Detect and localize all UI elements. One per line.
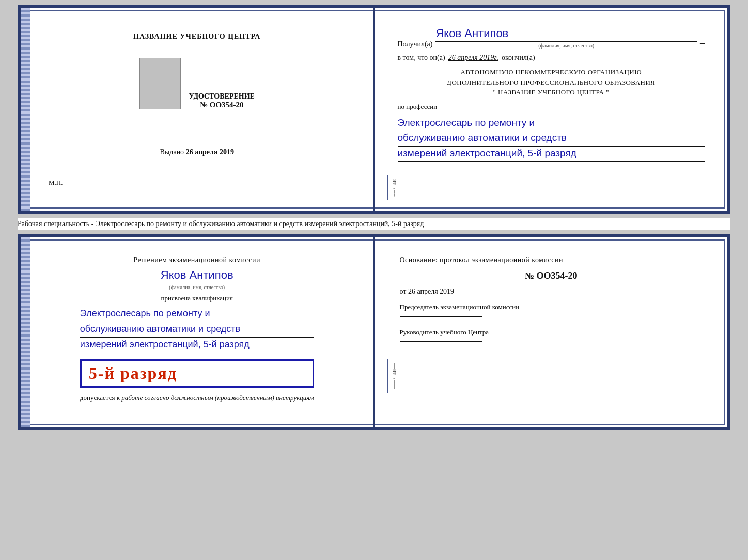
- bottom-right-margin: – – и а ← – – –: [387, 359, 399, 393]
- separator-text: Рабочая специальность - Электрослесарь п…: [18, 218, 730, 230]
- bottom-diploma-left: Решением экзаменационной комиссии Яков А…: [21, 237, 375, 427]
- chairman-title: Председатель экзаменационной комиссии: [400, 302, 703, 312]
- director-block: Руководитель учебного Центра: [400, 327, 703, 346]
- org-block: АВТОНОМНУЮ НЕКОММЕРЧЕСКУЮ ОРГАНИЗАЦИЮ ДО…: [398, 67, 705, 98]
- cert-number: № OO354-20: [189, 101, 255, 109]
- org-line1: АВТОНОМНУЮ НЕКОММЕРЧЕСКУЮ ОРГАНИЗАЦИЮ: [398, 67, 705, 77]
- left-decorative-strip: [21, 8, 30, 211]
- profession-line-3: измерений электростанций, 5-й разряд: [398, 147, 705, 162]
- protocol-number: № OO354-20: [400, 270, 703, 281]
- protocol-date-value: 26 апреля 2019: [408, 287, 454, 295]
- org-name-text: НАЗВАНИЕ УЧЕБНОГО ЦЕНТРА: [498, 88, 604, 96]
- margin-char-3: ←: [391, 185, 397, 190]
- recipient-line: Получил(а) Яков Антипов (фамилия, имя, о…: [398, 27, 705, 49]
- fio-sublabel-bottom: (фамилия, имя, отчество): [80, 284, 314, 290]
- top-right-content: Получил(а) Яков Антипов (фамилия, имя, о…: [387, 19, 715, 170]
- org-line2: ДОПОЛНИТЕЛЬНОГО ПРОФЕССИОНАЛЬНОГО ОБРАЗО…: [398, 77, 705, 88]
- top-left-content: НАЗВАНИЕ УЧЕБНОГО ЦЕНТРА УДОСТОВЕРЕНИЕ №…: [33, 19, 361, 200]
- fio-sublabel-top: (фамилия, имя, отчество): [435, 43, 697, 49]
- chairman-signature-line: [400, 316, 482, 317]
- profession-text: Электрослесарь по ремонту и обслуживанию…: [398, 116, 705, 162]
- profession-line-2: обслуживанию автоматики и средств: [398, 131, 705, 147]
- recipient-name: Яков Антипов: [435, 27, 697, 42]
- issued-label: Выдано: [160, 148, 184, 156]
- assigned-label: присвоена квалификация: [80, 294, 314, 302]
- decision-text: Решением экзаменационной комиссии: [80, 256, 314, 264]
- bottom-margin-char-8: –: [391, 386, 397, 389]
- bottom-diploma-right: Основание: протокол экзаменационной коми…: [375, 237, 728, 427]
- issued-block: Выдано 26 апреля 2019: [160, 148, 234, 156]
- top-diploma-right: Получил(а) Яков Антипов (фамилия, имя, о…: [375, 8, 728, 211]
- director-title: Руководитель учебного Центра: [400, 327, 703, 338]
- confirm-prefix: в том, что он(а): [398, 54, 445, 62]
- qual-line-3: измерений электростанций, 5-й разряд: [80, 338, 314, 353]
- org-name: " НАЗВАНИЕ УЧЕБНОГО ЦЕНТРА ": [398, 87, 705, 98]
- allowed-italic: работе согласно должностным (производств…: [121, 394, 314, 402]
- issued-date: 26 апреля 2019: [186, 148, 234, 156]
- training-center-title: НАЗВАНИЕ УЧЕБНОГО ЦЕНТРА: [133, 33, 260, 41]
- bottom-diploma: Решением экзаменационной комиссии Яков А…: [18, 234, 730, 430]
- rank-badge-text: 5-й разряд: [89, 364, 177, 382]
- bottom-left-content: Решением экзаменационной комиссии Яков А…: [65, 248, 330, 410]
- right-margin: и а ← – –: [387, 175, 399, 200]
- profession-line-1: Электрослесарь по ремонту и: [398, 116, 705, 132]
- confirm-line: в том, что он(а) 26 апреля 2019г. окончи…: [398, 54, 705, 62]
- qualification-text: Электрослесарь по ремонту и обслуживанию…: [80, 307, 314, 353]
- qual-line-2: обслуживанию автоматики и средств: [80, 322, 314, 338]
- confirm-suffix: окончил(а): [502, 54, 535, 62]
- allowed-prefix: допускается к: [80, 394, 120, 402]
- profession-label: по профессии: [398, 103, 705, 111]
- recipient-prefix: Получил(а): [398, 40, 433, 49]
- photo-placeholder: [139, 58, 181, 109]
- bottom-margin-char-5: ←: [391, 375, 397, 380]
- protocol-date: от 26 апреля 2019: [400, 287, 703, 296]
- confirm-date: 26 апреля 2019г.: [448, 54, 498, 62]
- bottom-left-strip: [21, 237, 30, 427]
- top-diploma-left: НАЗВАНИЕ УЧЕБНОГО ЦЕНТРА УДОСТОВЕРЕНИЕ №…: [21, 8, 375, 211]
- basis-title: Основание: протокол экзаменационной коми…: [400, 256, 703, 264]
- document-wrapper: НАЗВАНИЕ УЧЕБНОГО ЦЕНТРА УДОСТОВЕРЕНИЕ №…: [18, 5, 730, 430]
- cert-label: УДОСТОВЕРЕНИЕ: [189, 92, 255, 101]
- top-diploma: НАЗВАНИЕ УЧЕБНОГО ЦЕНТРА УДОСТОВЕРЕНИЕ №…: [18, 5, 730, 214]
- person-name-bottom: Яков Антипов: [80, 268, 314, 283]
- director-signature-line: [400, 341, 482, 342]
- allowed-text: допускается к работе согласно должностны…: [80, 394, 314, 402]
- bottom-right-content: Основание: протокол экзаменационной коми…: [387, 248, 715, 354]
- margin-char-5: –: [391, 194, 397, 197]
- cert-number-block: УДОСТОВЕРЕНИЕ № OO354-20: [189, 92, 255, 109]
- chairman-block: Председатель экзаменационной комиссии: [400, 302, 703, 321]
- qual-line-1: Электрослесарь по ремонту и: [80, 307, 314, 322]
- mp-label: М.П.: [49, 179, 63, 187]
- rank-badge: 5-й разряд: [80, 359, 314, 388]
- protocol-date-prefix: от: [400, 287, 407, 295]
